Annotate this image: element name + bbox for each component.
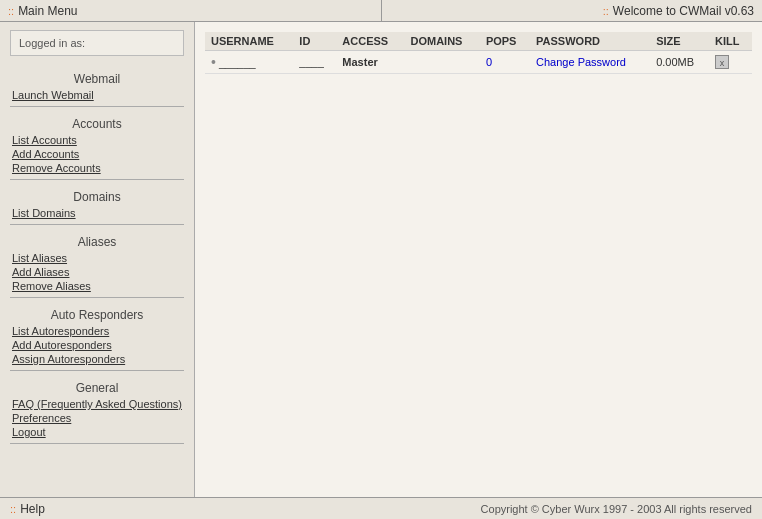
col-size: SIZE xyxy=(650,32,709,51)
sidebar-divider-1 xyxy=(10,106,184,107)
row-bullet: • ______ xyxy=(205,51,293,74)
sidebar-divider-3 xyxy=(10,224,184,225)
accounts-table: USERNAME ID ACCESS DOMAINS POPS PASSWORD… xyxy=(205,32,752,74)
main-menu-title: Main Menu xyxy=(18,4,77,18)
top-bar-left-dots: :: xyxy=(8,5,14,17)
sidebar-link-assign-autoresponders[interactable]: Assign Autoresponders xyxy=(10,352,184,366)
main-layout: Logged in as: Webmail Launch Webmail Acc… xyxy=(0,22,762,497)
row-size: 0.00MB xyxy=(650,51,709,74)
sidebar-link-list-domains[interactable]: List Domains xyxy=(10,206,184,220)
bottom-bar: :: Help Copyright © Cyber Wurx 1997 - 20… xyxy=(0,497,762,519)
sidebar-section-domains: Domains xyxy=(10,190,184,204)
col-username: USERNAME xyxy=(205,32,293,51)
welcome-title: Welcome to CWMail v0.63 xyxy=(613,4,754,18)
sidebar-divider-4 xyxy=(10,297,184,298)
row-kill: x xyxy=(709,51,752,74)
table-row: • ______ ____ Master 0 Change Password 0… xyxy=(205,51,752,74)
col-access: ACCESS xyxy=(336,32,404,51)
top-bar-left: :: Main Menu xyxy=(0,4,381,18)
bullet-icon: • xyxy=(211,54,216,70)
bottom-dots: :: xyxy=(10,503,16,515)
row-pops: 0 xyxy=(480,51,530,74)
sidebar-divider-5 xyxy=(10,370,184,371)
col-kill: KILL xyxy=(709,32,752,51)
bottom-left: :: Help xyxy=(10,502,45,516)
row-domains xyxy=(405,51,480,74)
sidebar-link-launch-webmail[interactable]: Launch Webmail xyxy=(10,88,184,102)
table-header-row: USERNAME ID ACCESS DOMAINS POPS PASSWORD… xyxy=(205,32,752,51)
row-id: ____ xyxy=(293,51,336,74)
col-id: ID xyxy=(293,32,336,51)
col-password: PASSWORD xyxy=(530,32,650,51)
row-access: Master xyxy=(336,51,404,74)
sidebar-link-add-accounts[interactable]: Add Accounts xyxy=(10,147,184,161)
sidebar-link-logout[interactable]: Logout xyxy=(10,425,184,439)
sidebar-section-accounts: Accounts xyxy=(10,117,184,131)
sidebar-link-list-autoresponders[interactable]: List Autoresponders xyxy=(10,324,184,338)
top-bar-right-dots: :: xyxy=(603,5,609,17)
sidebar-link-list-accounts[interactable]: List Accounts xyxy=(10,133,184,147)
sidebar-section-general: General xyxy=(10,381,184,395)
row-username: ______ xyxy=(219,57,256,69)
logged-in-box: Logged in as: xyxy=(10,30,184,56)
sidebar-link-remove-accounts[interactable]: Remove Accounts xyxy=(10,161,184,175)
row-password: Change Password xyxy=(530,51,650,74)
sidebar-divider-2 xyxy=(10,179,184,180)
kill-button[interactable]: x xyxy=(715,55,729,69)
col-pops: POPS xyxy=(480,32,530,51)
logged-in-label: Logged in as: xyxy=(19,37,85,49)
row-pops-link[interactable]: 0 xyxy=(486,56,492,68)
sidebar-section-aliases: Aliases xyxy=(10,235,184,249)
help-label: Help xyxy=(20,502,45,516)
row-access-value: Master xyxy=(342,56,377,68)
col-domains: DOMAINS xyxy=(405,32,480,51)
top-bar-right: :: Welcome to CWMail v0.63 xyxy=(382,4,763,18)
copyright: Copyright © Cyber Wurx 1997 - 2003 All r… xyxy=(481,503,752,515)
sidebar: Logged in as: Webmail Launch Webmail Acc… xyxy=(0,22,195,497)
sidebar-link-list-aliases[interactable]: List Aliases xyxy=(10,251,184,265)
top-bar: :: Main Menu :: Welcome to CWMail v0.63 xyxy=(0,0,762,22)
content-area: USERNAME ID ACCESS DOMAINS POPS PASSWORD… xyxy=(195,22,762,497)
sidebar-link-add-aliases[interactable]: Add Aliases xyxy=(10,265,184,279)
sidebar-link-remove-aliases[interactable]: Remove Aliases xyxy=(10,279,184,293)
sidebar-link-add-autoresponders[interactable]: Add Autoresponders xyxy=(10,338,184,352)
sidebar-link-preferences[interactable]: Preferences xyxy=(10,411,184,425)
change-password-link[interactable]: Change Password xyxy=(536,56,626,68)
sidebar-link-faq[interactable]: FAQ (Frequently Asked Questions) xyxy=(10,397,184,411)
sidebar-section-autoresponders: Auto Responders xyxy=(10,308,184,322)
sidebar-section-webmail: Webmail xyxy=(10,72,184,86)
sidebar-divider-6 xyxy=(10,443,184,444)
